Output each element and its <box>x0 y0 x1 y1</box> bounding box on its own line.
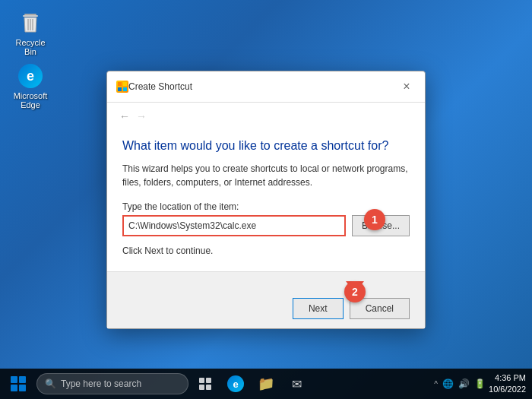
clock-display[interactable]: 4:36 PM 10/6/2022 <box>489 372 526 396</box>
taskbar-right: ^ 🌐 🔊 🔋 4:36 PM 10/6/2022 <box>428 372 532 396</box>
svg-rect-7 <box>118 87 122 91</box>
edge-taskbar-icon[interactable]: e <box>222 369 249 399</box>
clock-time: 4:36 PM <box>489 372 526 384</box>
dialog-content: What item would you like to create a sho… <box>107 127 425 271</box>
volume-icon[interactable]: 🔊 <box>458 378 470 389</box>
dialog-title: Create Shortcut <box>128 81 397 92</box>
annotation-2-container: 2 <box>346 281 364 293</box>
annotation-circle-1: 1 <box>364 209 385 230</box>
taskbar-search[interactable]: 🔍 Type here to search <box>36 373 188 394</box>
nav-forward-button[interactable]: → <box>133 109 150 124</box>
taskview-button[interactable] <box>192 369 219 399</box>
input-row: Browse... 1 <box>122 215 410 236</box>
taskbar-search-icon: 🔍 <box>45 378 56 389</box>
tray-chevron-icon[interactable]: ^ <box>434 380 438 388</box>
system-tray: ^ 🌐 🔊 🔋 <box>434 378 486 389</box>
location-input[interactable] <box>122 215 346 236</box>
file-explorer-button[interactable]: 📁 <box>252 369 280 399</box>
clock-date: 10/6/2022 <box>489 384 526 395</box>
next-button[interactable]: Next <box>293 298 344 319</box>
dialog-description: This wizard helps you to create shortcut… <box>122 162 410 189</box>
svg-rect-5 <box>118 82 122 86</box>
dialog-heading: What item would you like to create a sho… <box>122 139 410 153</box>
mail-button[interactable]: ✉ <box>283 369 310 399</box>
dialog-titlebar: Create Shortcut × <box>107 71 425 103</box>
dialog-close-button[interactable]: × <box>397 78 416 96</box>
desktop: Recycle Bin e Microsoft Edge Create Shor <box>0 0 532 399</box>
svg-rect-11 <box>199 385 204 390</box>
taskbar-app-icons: e 📁 ✉ <box>188 369 313 399</box>
svg-rect-12 <box>206 385 211 390</box>
dialog-nav: ← → <box>107 103 425 127</box>
svg-rect-10 <box>206 378 211 383</box>
annotation-2-area: 2 <box>122 281 410 293</box>
footer-buttons: Next Cancel <box>122 298 410 319</box>
create-shortcut-dialog: Create Shortcut × ← → What item would yo… <box>106 71 426 329</box>
taskbar-search-placeholder: Type here to search <box>61 378 141 389</box>
nav-back-button[interactable]: ← <box>116 109 133 124</box>
dialog-title-icon <box>116 81 128 93</box>
battery-icon[interactable]: 🔋 <box>474 378 486 389</box>
start-button[interactable] <box>0 369 36 399</box>
dialog-footer: 2 Next Cancel <box>107 271 425 328</box>
network-icon[interactable]: 🌐 <box>442 378 454 389</box>
svg-rect-9 <box>199 378 204 383</box>
svg-rect-6 <box>123 82 127 86</box>
field-label: Type the location of the item: <box>122 201 410 212</box>
windows-logo-icon <box>11 376 26 391</box>
dialog-overlay: Create Shortcut × ← → What item would yo… <box>0 0 532 399</box>
taskbar: 🔍 Type here to search e 📁 <box>0 369 532 399</box>
annotation-circle-2: 2 <box>344 281 366 302</box>
svg-rect-8 <box>123 87 127 91</box>
continue-text: Click Next to continue. <box>122 245 410 256</box>
